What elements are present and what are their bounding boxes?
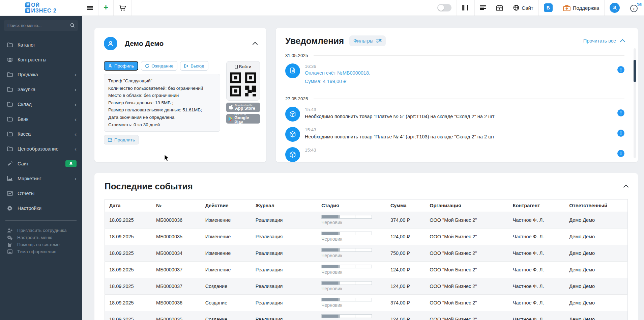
event-number-link[interactable]: МБ0000037 <box>152 262 201 278</box>
profile-button[interactable]: Профиль <box>104 61 138 71</box>
menu-toggle-button[interactable] <box>82 0 98 16</box>
sidebar-item-prodazha[interactable]: Продажа ‹ <box>0 67 82 82</box>
event-journal-link[interactable]: Реализация <box>251 212 317 229</box>
event-contractor-link[interactable]: Частное Ф. Л. <box>508 311 565 320</box>
gear-icon <box>6 206 13 211</box>
event-number-link[interactable]: МБ0000035 <box>152 311 201 320</box>
cart-button[interactable] <box>114 0 131 16</box>
configure-menu-link[interactable]: Настроить меню <box>0 234 82 241</box>
event-responsible-link[interactable]: Демо Демо <box>565 278 627 295</box>
event-journal-link[interactable]: Реализация <box>251 229 317 245</box>
event-number-link[interactable]: МБ0000035 <box>152 229 201 245</box>
support-button[interactable]: Поддержка <box>558 0 604 16</box>
barcode-icon <box>462 5 469 10</box>
avatar <box>104 37 117 50</box>
event-responsible-link[interactable]: Демо Демо <box>565 262 627 278</box>
sidebar-item-nastroiki[interactable]: Настройки <box>0 201 82 216</box>
event-contractor-link[interactable]: Частное Ф. Л. <box>508 295 565 311</box>
calendar-button[interactable] <box>491 0 508 16</box>
unread-exclamation-icon[interactable]: ! <box>617 109 624 116</box>
filters-button[interactable]: Фильтры <box>349 35 386 46</box>
stage-progress-bar <box>321 215 372 219</box>
notifications-scrollbar[interactable] <box>634 48 636 158</box>
event-journal-link[interactable]: Реализация <box>251 278 317 295</box>
appstore-badge[interactable]: Download on the App Store <box>226 103 260 112</box>
qr-login-box[interactable]: Войти <box>226 61 260 101</box>
sidebar-item-cenoobrazovanie[interactable]: Ценообразование ‹ <box>0 141 82 156</box>
logo-b-square: Б <box>25 8 30 13</box>
notification-item[interactable]: 15:43 Необходимо пополнить товар "Платье… <box>285 107 624 122</box>
sidebar-item-kontragenty[interactable]: Контрагенты <box>0 52 82 67</box>
event-journal-link[interactable]: Реализация <box>251 311 317 320</box>
event-org-cell: ООО "Мой Бизнес 2" <box>425 295 508 311</box>
app-logo[interactable]: М ОЙ Б ИЗНЕС 2 <box>0 0 82 16</box>
notification-sum-link[interactable]: Сумма: 4 199,00 ₽ <box>305 77 370 86</box>
event-row: 18.09.2025 МБ0000036 Создание Реализация… <box>105 295 628 311</box>
journal-list-button[interactable] <box>474 0 491 16</box>
site-notification-badge[interactable] <box>65 160 77 167</box>
notification-item[interactable]: 16:36 Оплачен счёт №МБ0000018. Сумма: 4 … <box>285 63 624 86</box>
sidebar-item-marketing[interactable]: Маркетинг ‹ <box>0 171 82 186</box>
waiting-button[interactable]: Ожидание <box>141 61 177 71</box>
site-button[interactable]: Сайт <box>508 0 538 16</box>
event-journal-link[interactable]: Реализация <box>251 262 317 278</box>
mode-switch[interactable] <box>432 0 457 16</box>
collapse-profile-icon[interactable] <box>253 42 258 47</box>
googleplay-badge[interactable]: GET IT ON Google Play <box>226 114 260 124</box>
event-row: 18.09.2025 МБ0000036 Изменение Реализаци… <box>105 212 628 229</box>
quick-add-button[interactable]: + <box>98 0 114 16</box>
notification-item[interactable]: 15:43 ! <box>285 147 624 162</box>
sidebar-item-zakupka[interactable]: Закупка ‹ <box>0 82 82 97</box>
invoice-icon <box>285 63 300 78</box>
sidebar-item-sait[interactable]: Сайт <box>0 156 82 171</box>
extend-button[interactable]: Продлить <box>104 135 139 144</box>
event-org-cell: ООО "Мой Бизнес 2" <box>425 245 508 262</box>
event-responsible-link[interactable]: Демо Демо <box>565 295 627 311</box>
event-number-link[interactable]: МБ0000036 <box>152 295 201 311</box>
event-number-link[interactable]: МБ0000036 <box>152 212 201 229</box>
event-journal-link[interactable]: Реализация <box>251 245 317 262</box>
notification-invoice-link[interactable]: Оплачен счёт №МБ0000018. <box>305 69 370 77</box>
unread-exclamation-icon[interactable]: ! <box>617 130 624 137</box>
read-all-link[interactable]: Прочитать все <box>583 38 616 44</box>
sidebar-item-katalog[interactable]: Каталог <box>0 37 82 52</box>
sidebar-item-sklad[interactable]: Склад ‹ <box>0 97 82 112</box>
sidebar-item-otchety[interactable]: Отчеты <box>0 186 82 201</box>
notification-item[interactable]: 15:43 Необходимо пополнить товар "Платье… <box>285 127 624 142</box>
event-responsible-link[interactable]: Демо Демо <box>565 245 627 262</box>
collapse-events-icon[interactable] <box>623 185 629 190</box>
event-contractor-link[interactable]: Частное Ф. Л. <box>508 245 565 262</box>
system-help-link[interactable]: Помощь по системе <box>0 241 82 248</box>
unread-exclamation-icon[interactable]: ! <box>617 66 624 73</box>
stage-progress-bar <box>321 314 372 318</box>
event-action-cell: Создание <box>201 311 251 320</box>
event-responsible-link[interactable]: Демо Демо <box>565 311 627 320</box>
invite-employee-link[interactable]: Пригласить сотрудника <box>0 227 82 234</box>
user-menu-button[interactable] <box>604 0 625 16</box>
event-contractor-link[interactable]: Частное Ф. Л. <box>508 229 565 245</box>
col-sum: Сумма <box>386 199 425 212</box>
event-journal-link[interactable]: Реализация <box>251 295 317 311</box>
event-number-link[interactable]: МБ0000034 <box>152 245 201 262</box>
event-responsible-link[interactable]: Демо Демо <box>565 212 627 229</box>
unread-exclamation-icon[interactable]: ! <box>617 150 624 157</box>
sidebar-item-bank[interactable]: Банк ‹ <box>0 112 82 127</box>
scrollbar-thumb[interactable] <box>634 60 636 82</box>
sidebar-item-label: Сайт <box>18 161 29 166</box>
apple-icon <box>229 105 233 110</box>
event-contractor-link[interactable]: Частное Ф. Л. <box>508 212 565 229</box>
updates-history-button[interactable]: › 16 <box>625 0 644 16</box>
logout-button[interactable]: Выход <box>180 61 208 71</box>
event-contractor-link[interactable]: Частное Ф. Л. <box>508 262 565 278</box>
chevron-left-icon: ‹ <box>75 87 77 92</box>
theme-settings-link[interactable]: Тема оформления <box>0 248 82 255</box>
sidebar-item-label: Контрагенты <box>18 57 46 62</box>
sidebar-item-kassa[interactable]: Касса ‹ <box>0 127 82 141</box>
event-contractor-link[interactable]: Частное Ф. Л. <box>508 278 565 295</box>
menu-search-input[interactable] <box>4 20 78 31</box>
event-responsible-link[interactable]: Демо Демо <box>565 229 627 245</box>
barcode-button[interactable] <box>457 0 474 16</box>
event-number-link[interactable]: МБ0000037 <box>152 278 201 295</box>
mybusiness-app-button[interactable]: Б <box>538 0 558 16</box>
collapse-notifications-icon[interactable] <box>620 39 625 44</box>
